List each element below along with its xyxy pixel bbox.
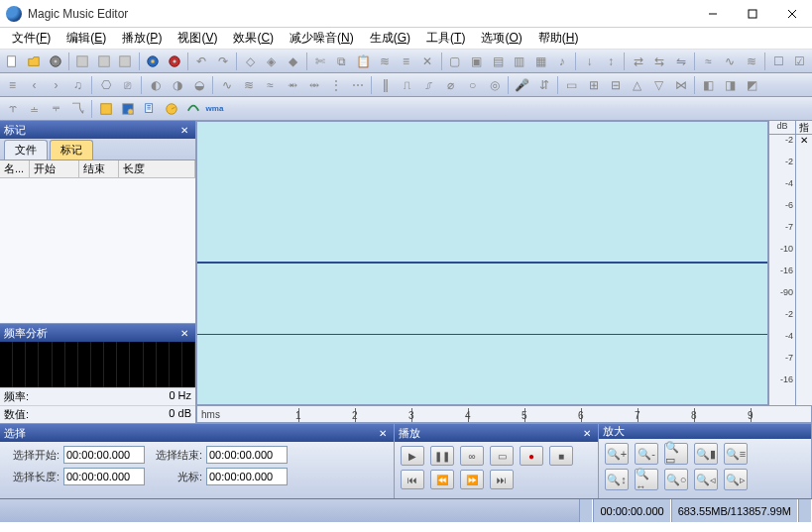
paste-button[interactable]: 📋 bbox=[353, 51, 374, 71]
selection-length-input[interactable]: 00:00:00.000 bbox=[63, 468, 145, 485]
zoom-out-button[interactable]: 🔍- bbox=[635, 443, 658, 465]
tool-c20[interactable]: ⌀ bbox=[440, 74, 461, 95]
tool-d8[interactable] bbox=[161, 98, 181, 119]
time-ruler[interactable]: hms 123456789 bbox=[196, 405, 812, 423]
close-button[interactable] bbox=[772, 0, 812, 28]
tool-c28[interactable]: ▽ bbox=[648, 74, 669, 95]
tool-c4[interactable]: ♫ bbox=[67, 74, 88, 95]
tool-c10[interactable]: ∿ bbox=[216, 74, 237, 95]
export-button[interactable] bbox=[115, 51, 136, 71]
tool-b16[interactable]: ⇋ bbox=[671, 51, 692, 71]
tool-c18[interactable]: ⎍ bbox=[397, 74, 417, 95]
burn-cd-button[interactable] bbox=[143, 51, 164, 71]
record-button[interactable]: ● bbox=[520, 446, 543, 466]
frequency-panel-close-button[interactable]: ✕ bbox=[177, 326, 191, 340]
tool-d6[interactable] bbox=[117, 98, 138, 119]
tool-c11[interactable]: ≋ bbox=[238, 74, 259, 95]
tool-c16[interactable]: ⋯ bbox=[347, 74, 368, 95]
menu-options[interactable]: 选项(O) bbox=[473, 28, 529, 49]
selection-end-input[interactable]: 00:00:00.000 bbox=[206, 446, 288, 464]
tool-c15[interactable]: ⋮ bbox=[325, 74, 346, 95]
cd-button[interactable] bbox=[45, 51, 65, 71]
selection-start-input[interactable]: 00:00:00.000 bbox=[63, 446, 145, 464]
col-start[interactable]: 开始 bbox=[30, 160, 79, 177]
tool-c14[interactable]: ⥈ bbox=[303, 74, 324, 95]
tool-b19[interactable]: ≋ bbox=[741, 51, 761, 71]
tool-c32[interactable]: ◩ bbox=[742, 74, 762, 95]
tool-c31[interactable]: ◨ bbox=[720, 74, 741, 95]
tool-d10[interactable]: wma bbox=[204, 98, 225, 119]
zoom-v-in-button[interactable]: 🔍↕ bbox=[605, 469, 629, 490]
selection-panel-close-button[interactable]: ✕ bbox=[376, 426, 390, 440]
tool-c8[interactable]: ◑ bbox=[167, 74, 187, 95]
forward-button[interactable]: ⏩ bbox=[460, 470, 484, 489]
tool-c7[interactable]: ◐ bbox=[145, 74, 166, 95]
tool-d1[interactable]: ⥾ bbox=[2, 98, 23, 119]
tool-b9[interactable]: ▥ bbox=[509, 51, 529, 71]
menu-effects[interactable]: 效果(C) bbox=[225, 28, 282, 49]
save-as-button[interactable] bbox=[93, 51, 114, 71]
tool-c9[interactable]: ◒ bbox=[188, 74, 209, 95]
zoom-reset-button[interactable]: 🔍○ bbox=[664, 469, 688, 490]
zoom-sel2-button[interactable]: 🔍≡ bbox=[724, 443, 748, 465]
tool-b8[interactable]: ▤ bbox=[488, 51, 509, 71]
pause-button[interactable]: ❚❚ bbox=[430, 446, 454, 466]
tool-c3[interactable]: › bbox=[46, 74, 66, 95]
zoom-v-out-button[interactable]: 🔍↔ bbox=[635, 469, 658, 490]
tool-b3[interactable]: ◆ bbox=[283, 51, 303, 71]
tool-d3[interactable]: ⫧ bbox=[46, 98, 66, 119]
tool-b20[interactable]: ☐ bbox=[768, 51, 789, 71]
menu-view[interactable]: 视图(V) bbox=[170, 28, 225, 49]
zoom-sel-button[interactable]: 🔍▮ bbox=[694, 443, 718, 465]
tool-b14[interactable]: ⇄ bbox=[628, 51, 648, 71]
minimize-button[interactable] bbox=[693, 0, 733, 28]
tab-markers[interactable]: 标记 bbox=[50, 140, 93, 160]
tool-c25[interactable]: ⊞ bbox=[583, 74, 604, 95]
tool-c23[interactable]: ⇵ bbox=[533, 74, 554, 95]
tool-b11[interactable]: ♪ bbox=[552, 51, 573, 71]
tool-b7[interactable]: ▣ bbox=[466, 51, 487, 71]
tool-b21[interactable]: ☑ bbox=[790, 51, 811, 71]
tool-c27[interactable]: △ bbox=[627, 74, 647, 95]
tool-c17[interactable]: ǁ bbox=[375, 74, 396, 95]
col-end[interactable]: 结束 bbox=[79, 160, 119, 177]
col-name[interactable]: 名... bbox=[0, 160, 30, 177]
tool-c30[interactable]: ◧ bbox=[698, 74, 719, 95]
record-disc-button[interactable] bbox=[164, 51, 184, 71]
undo-button[interactable]: ↶ bbox=[191, 51, 212, 71]
copy-button[interactable]: ⧉ bbox=[331, 51, 352, 71]
col-length[interactable]: 长度 bbox=[119, 160, 195, 177]
cut-button[interactable]: ✄ bbox=[310, 51, 331, 71]
tool-b4[interactable]: ≋ bbox=[375, 51, 396, 71]
tool-c22[interactable]: ◎ bbox=[484, 74, 505, 95]
tool-b1[interactable]: ◇ bbox=[240, 51, 261, 71]
tool-c6[interactable]: ⎚ bbox=[117, 74, 138, 95]
rewind-button[interactable]: ⏪ bbox=[430, 470, 454, 489]
tool-c1[interactable]: ≡ bbox=[2, 74, 23, 95]
redo-button[interactable]: ↷ bbox=[212, 51, 233, 71]
zoom-right-button[interactable]: 🔍▹ bbox=[724, 469, 748, 490]
gap-button[interactable]: ▭ bbox=[490, 446, 514, 466]
tool-b18[interactable]: ∿ bbox=[720, 51, 741, 71]
tool-c29[interactable]: ⋈ bbox=[670, 74, 691, 95]
save-button[interactable] bbox=[72, 51, 93, 71]
zoom-fit-button[interactable]: 🔍▭ bbox=[664, 443, 688, 465]
tool-c26[interactable]: ⊟ bbox=[605, 74, 626, 95]
playback-panel-close-button[interactable]: ✕ bbox=[580, 426, 594, 440]
tool-b2[interactable]: ◈ bbox=[262, 51, 283, 71]
mic-button[interactable]: 🎤 bbox=[512, 74, 532, 95]
tool-c13[interactable]: ⥇ bbox=[282, 74, 302, 95]
delete-button[interactable]: ✕ bbox=[417, 51, 438, 71]
loop-button[interactable]: ∞ bbox=[460, 446, 484, 466]
new-file-button[interactable] bbox=[2, 51, 23, 71]
open-file-button[interactable] bbox=[24, 51, 45, 71]
zoom-in-button[interactable]: 🔍+ bbox=[605, 443, 629, 465]
tool-d2[interactable]: ⫨ bbox=[24, 98, 45, 119]
maximize-button[interactable] bbox=[733, 0, 772, 28]
menu-generate[interactable]: 生成(G) bbox=[362, 28, 418, 49]
cursor-position-input[interactable]: 00:00:00.000 bbox=[206, 468, 288, 485]
tool-b5[interactable]: ≡ bbox=[396, 51, 416, 71]
skip-end-button[interactable]: ⏭ bbox=[490, 470, 514, 489]
tool-b15[interactable]: ⇆ bbox=[649, 51, 670, 71]
play-button[interactable]: ▶ bbox=[401, 446, 424, 466]
